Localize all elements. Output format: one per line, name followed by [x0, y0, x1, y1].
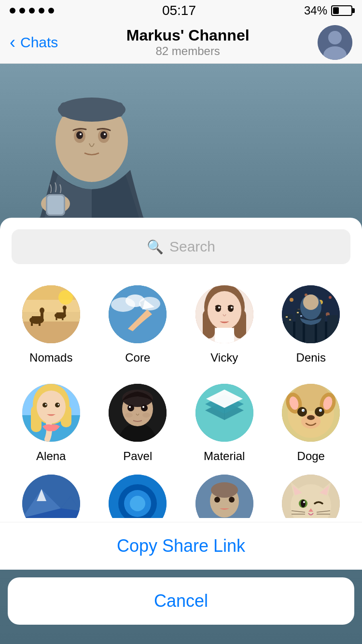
svg-point-82 [45, 404, 46, 406]
battery-fill [333, 7, 339, 14]
svg-point-135 [301, 500, 306, 507]
battery-icon [331, 5, 352, 16]
svg-rect-6 [60, 102, 123, 117]
svg-rect-66 [327, 315, 338, 343]
bottom-sheet: 🔍 Search [0, 218, 362, 644]
contact-denis[interactable]: Denis [268, 278, 355, 376]
svg-point-111 [320, 410, 322, 412]
channel-title: Markus' Channel [126, 27, 250, 44]
contact-alena[interactable]: Alena [8, 376, 95, 475]
contact-doge[interactable]: Doge [268, 376, 355, 475]
svg-point-88 [127, 405, 134, 411]
svg-point-91 [142, 406, 144, 408]
partial-avatar-1 [22, 475, 80, 518]
contact-avatar-doge [282, 384, 340, 442]
contact-name-doge: Doge [297, 449, 325, 463]
partial-avatar-3 [195, 475, 253, 518]
svg-point-72 [303, 294, 319, 310]
contact-avatar-pavel [109, 384, 167, 442]
member-count: 82 members [126, 44, 250, 58]
monk-sticker-svg [14, 73, 169, 238]
svg-point-89 [141, 405, 148, 411]
svg-rect-35 [109, 285, 167, 343]
partial-contact-3[interactable] [181, 475, 268, 518]
contact-name-vicky: Vicky [210, 351, 238, 364]
partial-contact-1[interactable] [8, 475, 95, 518]
svg-point-21 [58, 290, 73, 305]
contact-name-denis: Denis [296, 351, 326, 364]
svg-rect-29 [56, 312, 64, 315]
svg-point-47 [208, 291, 241, 330]
svg-rect-30 [56, 316, 57, 321]
copy-share-link-button[interactable]: Copy Share Link [12, 536, 350, 556]
contact-name-core: Core [125, 351, 150, 364]
svg-point-113 [307, 415, 315, 420]
svg-rect-23 [32, 316, 42, 320]
copy-link-area: Copy Share Link [0, 522, 362, 570]
contact-avatar-vicky [195, 285, 253, 343]
contact-name-material: Material [204, 449, 245, 463]
nav-bar: ‹ Chats Markus' Channel 82 members [0, 21, 362, 64]
svg-point-81 [55, 403, 60, 407]
cancel-panel: Cancel [8, 577, 354, 625]
sticker-message: 👁 2 05:14 [14, 73, 169, 239]
contact-nomads[interactable]: Nomads [8, 278, 95, 376]
svg-point-127 [229, 497, 235, 503]
share-panel: 🔍 Search [0, 218, 362, 570]
svg-point-79 [37, 391, 66, 423]
svg-point-1 [328, 31, 342, 44]
svg-rect-63 [295, 309, 303, 343]
svg-point-55 [290, 298, 293, 302]
contact-avatar-material [195, 384, 253, 442]
svg-point-83 [57, 404, 59, 406]
svg-point-106 [297, 407, 307, 417]
contacts-grid: Nomads [0, 270, 362, 376]
svg-rect-69 [297, 312, 299, 313]
svg-rect-31 [62, 316, 63, 321]
contact-avatar-alena [22, 384, 80, 442]
status-bar: 05:17 34% [0, 0, 362, 21]
svg-rect-25 [39, 320, 41, 326]
svg-point-12 [104, 133, 106, 135]
contact-avatar-nomads [22, 285, 80, 343]
contact-name-pavel: Pavel [123, 449, 152, 463]
svg-point-93 [142, 413, 150, 418]
status-right: 34% [304, 4, 352, 17]
channel-avatar[interactable] [318, 25, 352, 60]
svg-rect-67 [286, 316, 288, 318]
svg-point-125 [211, 482, 238, 498]
svg-rect-15 [47, 196, 64, 214]
search-icon: 🔍 [147, 239, 164, 255]
contacts-grid-row2: Alena [0, 376, 362, 475]
svg-rect-68 [289, 319, 291, 321]
contact-name-nomads: Nomads [29, 351, 72, 364]
contact-avatar-denis [282, 285, 340, 343]
contact-vicky[interactable]: Vicky [181, 278, 268, 376]
svg-point-33 [63, 306, 67, 310]
svg-point-10 [100, 131, 107, 139]
svg-point-107 [315, 407, 324, 417]
svg-point-110 [303, 410, 305, 412]
contact-pavel[interactable]: Pavel [95, 376, 181, 475]
svg-rect-70 [300, 315, 302, 317]
svg-point-9 [76, 131, 83, 139]
partial-contact-2[interactable] [95, 475, 181, 518]
search-placeholder: Search [169, 238, 215, 255]
svg-point-50 [218, 307, 220, 308]
svg-rect-65 [317, 312, 325, 343]
svg-rect-62 [284, 314, 293, 343]
contact-material[interactable]: Material [181, 376, 268, 475]
partial-avatar-4 [282, 475, 340, 518]
svg-point-11 [80, 133, 82, 135]
contact-core[interactable]: Core [95, 278, 181, 376]
status-time: 05:17 [162, 3, 196, 18]
search-bar[interactable]: 🔍 Search [12, 229, 350, 264]
cancel-button[interactable]: Cancel [21, 591, 341, 611]
contact-name-alena: Alena [36, 449, 66, 463]
partial-avatar-2 [109, 475, 167, 518]
back-label: Chats [20, 34, 58, 51]
svg-point-92 [125, 413, 133, 418]
signal-dots [10, 8, 54, 14]
back-button[interactable]: ‹ Chats [10, 32, 58, 53]
partial-contact-4[interactable] [268, 475, 355, 518]
